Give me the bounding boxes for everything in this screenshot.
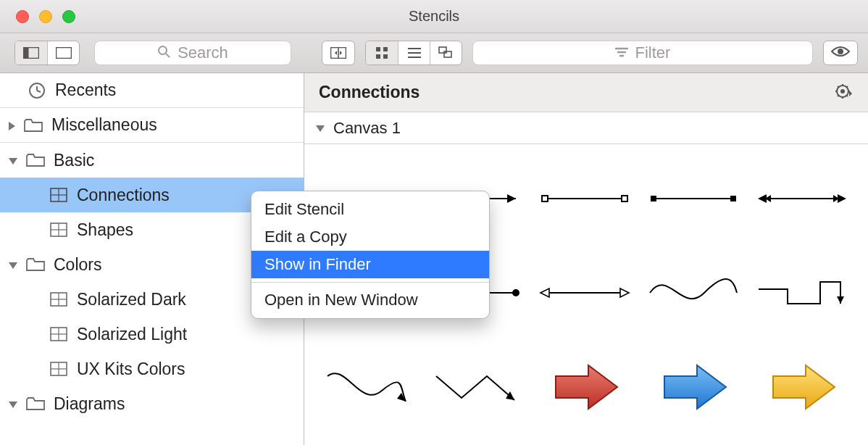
stencil-icon <box>49 325 68 344</box>
sidebar-item-label: Recents <box>55 80 116 100</box>
list-view-button[interactable] <box>398 41 430 65</box>
svg-rect-12 <box>383 54 388 59</box>
svg-rect-2 <box>56 48 71 59</box>
ctx-open-in-new-window[interactable]: Open in New Window <box>251 286 489 314</box>
stencil-header: Connections <box>304 73 868 112</box>
ctx-edit-stencil[interactable]: Edit Stencil <box>251 196 489 223</box>
folder-icon <box>26 394 45 413</box>
svg-marker-53 <box>507 194 516 203</box>
svg-rect-59 <box>730 196 736 201</box>
svg-marker-7 <box>335 51 337 55</box>
sidebar-item-solarized-light[interactable]: Solarized Light <box>0 317 304 352</box>
filter-field[interactable]: Filter <box>472 41 813 65</box>
stencil-shape[interactable] <box>748 151 856 246</box>
disclosure-icon <box>316 125 325 132</box>
folder-icon <box>26 255 45 274</box>
inspector-toggle <box>322 41 355 65</box>
svg-point-68 <box>512 289 519 296</box>
disclosure-icon <box>9 158 17 165</box>
ctx-separator <box>251 282 489 283</box>
svg-line-48 <box>838 95 839 96</box>
stencil-shape[interactable] <box>313 340 422 434</box>
visibility-toggle-button[interactable] <box>823 41 858 65</box>
filter-icon <box>615 43 628 62</box>
sidebar-item-label: Basic <box>54 151 94 170</box>
sidebar-group-basic[interactable]: Basic <box>0 143 304 178</box>
title-bar: Stencils <box>0 0 868 33</box>
svg-line-47 <box>846 95 848 96</box>
stencil-shape[interactable] <box>422 340 530 434</box>
stencil-shape[interactable] <box>748 246 856 340</box>
stencil-icon <box>49 359 68 378</box>
inspector-toggle-button[interactable] <box>322 41 354 65</box>
svg-rect-58 <box>651 196 656 201</box>
stencil-shape[interactable] <box>530 246 639 340</box>
stencil-actions-button[interactable] <box>835 83 854 103</box>
sidebar-item-recents[interactable]: Recents <box>0 73 304 108</box>
eye-icon <box>831 45 850 61</box>
stencil-shape[interactable] <box>639 246 748 340</box>
sidebar-item-label: Miscellaneous <box>51 115 157 135</box>
svg-rect-55 <box>542 196 548 201</box>
sidebar-view-single-button[interactable] <box>47 41 79 65</box>
folder-icon <box>26 151 45 170</box>
sidebar-item-label: Connections <box>77 186 170 205</box>
svg-rect-1 <box>24 48 29 59</box>
stencil-shape[interactable] <box>639 340 748 434</box>
stencil-shape[interactable] <box>748 340 856 434</box>
disclosure-icon <box>9 402 17 408</box>
svg-marker-8 <box>340 51 342 55</box>
grid-view-button[interactable] <box>366 41 398 65</box>
disclosure-icon <box>9 262 17 269</box>
svg-marker-70 <box>541 288 549 297</box>
folder-icon <box>24 116 43 135</box>
stencil-title: Connections <box>319 83 420 102</box>
svg-rect-10 <box>383 47 388 51</box>
svg-rect-11 <box>376 54 380 59</box>
canvas-label: Canvas 1 <box>333 119 401 138</box>
stencil-shape[interactable] <box>530 151 639 246</box>
sidebar-item-label: Diagrams <box>54 394 125 414</box>
outline-view-button[interactable] <box>430 41 462 65</box>
ctx-edit-a-copy[interactable]: Edit a Copy <box>251 223 489 251</box>
window-title: Stencils <box>0 8 868 25</box>
sidebar-view-split-button[interactable] <box>15 41 47 65</box>
sidebar-item-label: Shapes <box>77 220 133 240</box>
svg-marker-74 <box>506 391 514 400</box>
svg-point-21 <box>838 49 843 54</box>
stencil-icon <box>49 220 68 239</box>
sidebar-group-diagrams[interactable]: Diagrams <box>0 386 304 421</box>
stencil-icon <box>49 186 68 204</box>
svg-line-49 <box>846 86 848 88</box>
search-icon <box>157 43 170 62</box>
svg-marker-50 <box>849 91 852 96</box>
layout-mode-toggle <box>365 41 462 65</box>
context-menu: Edit Stencil Edit a Copy Show in Finder … <box>251 191 490 319</box>
toolbar: Search Filter <box>0 33 868 73</box>
sidebar-group-miscellaneous[interactable]: Miscellaneous <box>0 108 304 143</box>
sidebar-item-label: UX Kits Colors <box>77 359 185 379</box>
stencil-shape[interactable] <box>530 340 639 434</box>
stencil-shape[interactable] <box>639 151 748 246</box>
search-placeholder: Search <box>178 43 228 62</box>
sidebar-item-label: Solarized Dark <box>77 290 186 309</box>
svg-rect-17 <box>444 51 451 57</box>
svg-line-46 <box>838 86 839 88</box>
svg-line-4 <box>166 54 170 57</box>
sidebar-item-label: Colors <box>54 255 101 275</box>
svg-marker-72 <box>837 296 844 304</box>
canvas-header[interactable]: Canvas 1 <box>304 112 868 144</box>
stencil-icon <box>49 290 68 309</box>
filter-placeholder: Filter <box>635 43 671 62</box>
search-field[interactable]: Search <box>94 41 291 65</box>
svg-rect-9 <box>376 47 380 51</box>
svg-rect-16 <box>439 47 446 53</box>
ctx-show-in-finder[interactable]: Show in Finder <box>251 251 489 278</box>
sidebar-item-ux-kits-colors[interactable]: UX Kits Colors <box>0 352 304 386</box>
sidebar-item-label: Solarized Light <box>77 325 187 344</box>
svg-rect-56 <box>622 196 627 201</box>
svg-point-41 <box>840 89 845 93</box>
clock-icon <box>28 81 46 100</box>
sidebar-view-toggle <box>14 41 80 65</box>
svg-line-24 <box>37 91 41 92</box>
